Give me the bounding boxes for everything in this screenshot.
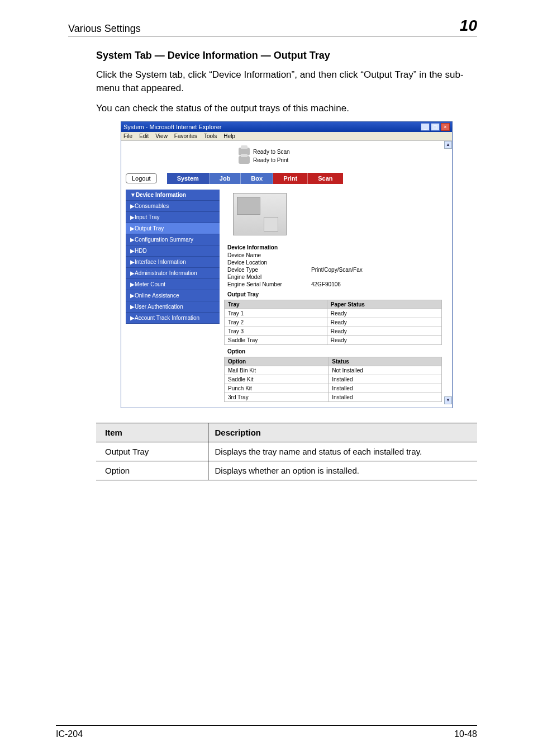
- maximize-icon[interactable]: □: [431, 123, 440, 131]
- kv-key: Device Type: [227, 267, 311, 273]
- sidebar-item-config-summary[interactable]: ▶Configuration Summary: [126, 234, 220, 245]
- close-icon[interactable]: ×: [441, 123, 450, 131]
- page-title: System Tab — Device Information — Output…: [96, 50, 477, 62]
- output-tray-title: Output Tray: [224, 288, 442, 299]
- tab-system[interactable]: System: [167, 173, 210, 184]
- tab-print[interactable]: Print: [273, 173, 308, 184]
- kv-value: [311, 274, 442, 280]
- table-row: 3rd TrayInstalled: [225, 393, 442, 402]
- table-row: Punch KitInstalled: [225, 384, 442, 393]
- menu-favorites[interactable]: Favorites: [174, 133, 197, 139]
- tab-box[interactable]: Box: [241, 173, 273, 184]
- kv-value: [311, 259, 442, 266]
- option-table: Option Status Mail Bin KitNot Installed …: [224, 357, 442, 402]
- col-description: Description: [208, 423, 477, 442]
- status-ready-print: Ready to Print: [253, 157, 288, 163]
- footer-right: 10-48: [454, 729, 477, 739]
- printer-icon: [239, 156, 250, 164]
- sidebar-device-information[interactable]: ▼Device Information: [126, 190, 220, 201]
- kv-key: Engine Model: [227, 274, 311, 280]
- menu-file[interactable]: File: [123, 133, 132, 139]
- status-ready-scan: Ready to Scan: [253, 149, 290, 155]
- paragraph: You can check the status of the output t…: [96, 102, 477, 115]
- screenshot-window: System - Microsoft Internet Explorer _ □…: [121, 121, 453, 408]
- col-status: Status: [329, 357, 442, 366]
- table-row: Saddle TrayReady: [225, 336, 442, 345]
- option-title: Option: [224, 345, 442, 356]
- col-paper-status: Paper Status: [327, 300, 441, 309]
- sidebar: ▼Device Information ▶Consumables ▶Input …: [126, 190, 220, 402]
- minimize-icon[interactable]: _: [421, 123, 430, 131]
- sidebar-item-user-auth[interactable]: ▶User Authentication: [126, 301, 220, 313]
- footer-left: IC-204: [56, 729, 83, 739]
- tab-job[interactable]: Job: [210, 173, 241, 184]
- sidebar-item-account-track[interactable]: ▶Account Track Information: [126, 313, 220, 324]
- col-option: Option: [225, 357, 329, 366]
- menu-tools[interactable]: Tools: [204, 133, 217, 139]
- scroll-down-icon[interactable]: ▼: [444, 396, 452, 404]
- table-row: Output TrayDisplays the tray name and st…: [96, 442, 477, 461]
- tabs: System Job Box Print Scan: [167, 173, 343, 184]
- sidebar-item-interface-info[interactable]: ▶Interface Information: [126, 257, 220, 268]
- menu-edit[interactable]: Edit: [139, 133, 149, 139]
- table-row: Saddle KitInstalled: [225, 375, 442, 384]
- main-panel: Device Information Device Name Device Lo…: [224, 190, 442, 402]
- table-row: Tray 3Ready: [225, 327, 442, 336]
- col-item: Item: [96, 423, 208, 442]
- sidebar-item-hdd[interactable]: ▶HDD: [126, 245, 220, 257]
- kv-key: Device Location: [227, 259, 311, 266]
- table-row: Tray 1Ready: [225, 309, 442, 318]
- kv-value: Print/Copy/Scan/Fax: [311, 267, 442, 273]
- sidebar-item-input-tray[interactable]: ▶Input Tray: [126, 212, 220, 223]
- col-tray: Tray: [225, 300, 327, 309]
- chapter-number: 10: [460, 17, 477, 35]
- sidebar-item-consumables[interactable]: ▶Consumables: [126, 201, 220, 212]
- table-row: Mail Bin KitNot Installed: [225, 366, 442, 375]
- device-info-title: Device Information: [224, 241, 442, 252]
- menu-view[interactable]: View: [155, 133, 168, 139]
- description-table: Item Description Output TrayDisplays the…: [96, 423, 477, 480]
- table-row: OptionDisplays whether an option is inst…: [96, 461, 477, 480]
- paragraph: Click the System tab, click “Device Info…: [96, 68, 477, 95]
- table-row: Tray 2Ready: [225, 318, 442, 327]
- kv-value: [311, 252, 442, 258]
- kv-key: Engine Serial Number: [227, 281, 311, 287]
- menu-help[interactable]: Help: [223, 133, 235, 139]
- kv-key: Device Name: [227, 252, 311, 258]
- sidebar-item-meter-count[interactable]: ▶Meter Count: [126, 279, 220, 290]
- window-title: System - Microsoft Internet Explorer: [123, 124, 421, 130]
- tab-scan[interactable]: Scan: [308, 173, 342, 184]
- kv-value: 42GF90106: [311, 281, 442, 287]
- menu-bar: File Edit View Favorites Tools Help: [121, 132, 452, 141]
- output-tray-table: Tray Paper Status Tray 1Ready Tray 2Read…: [224, 300, 442, 345]
- sidebar-item-admin-info[interactable]: ▶Administrator Information: [126, 268, 220, 279]
- device-illustration: [233, 193, 287, 235]
- logout-button[interactable]: Logout: [126, 173, 157, 183]
- sidebar-item-output-tray[interactable]: ▶Output Tray: [126, 223, 220, 234]
- sidebar-item-online-assist[interactable]: ▶Online Assistance: [126, 290, 220, 301]
- section-title: Various Settings: [68, 23, 141, 35]
- scroll-up-icon[interactable]: ▲: [444, 141, 452, 149]
